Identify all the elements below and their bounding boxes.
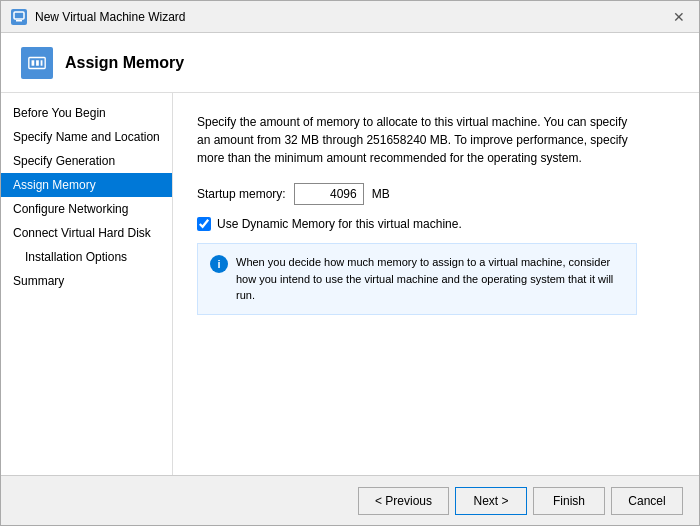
info-icon: i (210, 255, 228, 273)
page-title: Assign Memory (65, 54, 184, 72)
window-icon (11, 9, 27, 25)
startup-memory-unit: MB (372, 187, 390, 201)
info-box: i When you decide how much memory to ass… (197, 243, 637, 315)
dynamic-memory-label[interactable]: Use Dynamic Memory for this virtual mach… (217, 217, 462, 231)
svg-rect-3 (32, 60, 35, 65)
next-button[interactable]: Next > (455, 487, 527, 515)
sidebar-item-specify-name-and-location[interactable]: Specify Name and Location (1, 125, 172, 149)
dynamic-memory-checkbox[interactable] (197, 217, 211, 231)
svg-rect-5 (41, 60, 43, 65)
sidebar-item-specify-generation[interactable]: Specify Generation (1, 149, 172, 173)
footer: < Previous Next > Finish Cancel (1, 475, 699, 525)
svg-rect-1 (16, 20, 22, 22)
finish-button[interactable]: Finish (533, 487, 605, 515)
svg-rect-4 (36, 60, 39, 65)
startup-memory-input[interactable] (294, 183, 364, 205)
title-bar-left: New Virtual Machine Wizard (11, 9, 186, 25)
svg-rect-0 (14, 12, 24, 19)
cancel-button[interactable]: Cancel (611, 487, 683, 515)
window-title: New Virtual Machine Wizard (35, 10, 186, 24)
sidebar-item-summary[interactable]: Summary (1, 269, 172, 293)
description-text: Specify the amount of memory to allocate… (197, 113, 637, 167)
header-icon (21, 47, 53, 79)
title-bar: New Virtual Machine Wizard ✕ (1, 1, 699, 33)
info-text: When you decide how much memory to assig… (236, 254, 624, 304)
startup-memory-label: Startup memory: (197, 187, 286, 201)
sidebar: Before You BeginSpecify Name and Locatio… (1, 93, 173, 475)
header-bar: Assign Memory (1, 33, 699, 93)
sidebar-item-installation-options[interactable]: Installation Options (1, 245, 172, 269)
dynamic-memory-row: Use Dynamic Memory for this virtual mach… (197, 217, 675, 231)
sidebar-item-configure-networking[interactable]: Configure Networking (1, 197, 172, 221)
content-area: Before You BeginSpecify Name and Locatio… (1, 93, 699, 475)
startup-memory-row: Startup memory: MB (197, 183, 675, 205)
sidebar-item-connect-virtual-hard-disk[interactable]: Connect Virtual Hard Disk (1, 221, 172, 245)
previous-button[interactable]: < Previous (358, 487, 449, 515)
wizard-window: New Virtual Machine Wizard ✕ Assign Memo… (0, 0, 700, 526)
close-button[interactable]: ✕ (669, 7, 689, 27)
sidebar-item-assign-memory[interactable]: Assign Memory (1, 173, 172, 197)
main-content: Specify the amount of memory to allocate… (173, 93, 699, 475)
sidebar-item-before-you-begin[interactable]: Before You Begin (1, 101, 172, 125)
